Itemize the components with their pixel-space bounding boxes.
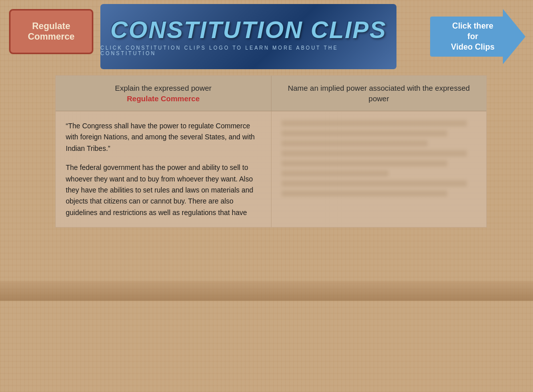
right-content-cell (272, 111, 487, 227)
header-left: Explain the expressed power Regulate Com… (56, 76, 272, 111)
blurred-line-3 (282, 140, 428, 146)
header-right-text: Name an implied power associated with th… (288, 84, 470, 103)
app-title: Constitution Clips (110, 17, 387, 44)
regulate-commerce-label: Regulate Commerce (11, 21, 92, 42)
arrow-shape: Click there forVideo Clips (430, 9, 525, 64)
blurred-line-8 (282, 190, 447, 197)
arrow-body: Click there forVideo Clips (430, 17, 505, 57)
header-left-main: Explain the expressed power (115, 84, 212, 92)
quote-text: “The Congress shall have the power to re… (66, 120, 261, 154)
left-content-cell: “The Congress shall have the power to re… (56, 111, 272, 227)
click-there-suffix: forVideo Clips (451, 32, 495, 51)
blurred-line-6 (282, 170, 389, 176)
blurred-line-1 (282, 120, 467, 126)
blurred-line-5 (282, 160, 447, 166)
app-subtitle: CLICK CONSTITUTION CLIPS LOGO TO LEARN M… (100, 45, 396, 56)
blurred-content (282, 120, 477, 197)
header-right: Name an implied power associated with th… (272, 76, 487, 111)
blurred-line-7 (282, 180, 467, 186)
table-header: Explain the expressed power Regulate Com… (56, 76, 486, 111)
regulate-commerce-button[interactable]: Regulate Commerce (9, 9, 93, 54)
click-there-label: Click there (452, 22, 493, 30)
blurred-line-4 (282, 150, 467, 156)
click-there-button[interactable]: Click there forVideo Clips (428, 4, 528, 69)
arrow-text: Click there forVideo Clips (430, 21, 510, 52)
top-bar: Regulate Commerce Constitution Clips CLI… (0, 0, 533, 73)
logo-area[interactable]: Constitution Clips CLICK CONSTITUTION CL… (100, 4, 396, 69)
bottom-shadow (0, 281, 533, 301)
blurred-line-2 (282, 130, 447, 136)
explanation-text: The federal government has the power and… (66, 162, 261, 218)
main-content-table: Explain the expressed power Regulate Com… (55, 75, 487, 228)
table-body: “The Congress shall have the power to re… (56, 111, 486, 227)
page-container: Regulate Commerce Constitution Clips CLI… (0, 0, 533, 301)
header-left-sub: Regulate Commerce (66, 93, 261, 104)
